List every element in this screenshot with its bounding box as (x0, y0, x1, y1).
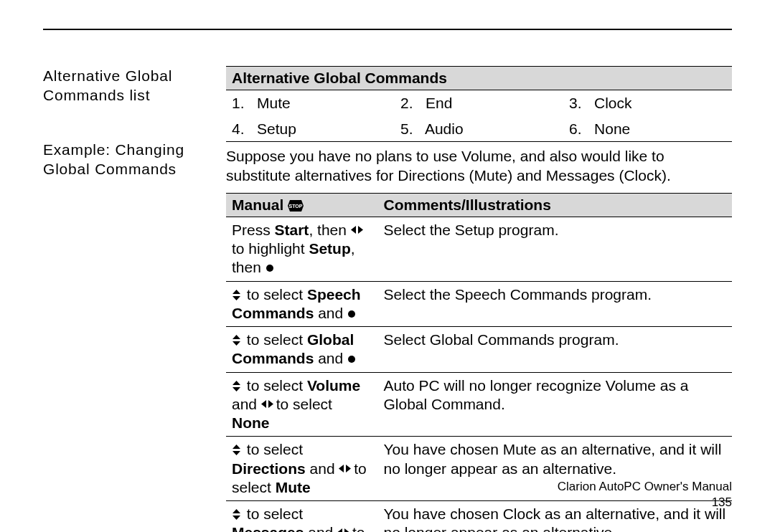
svg-marker-17 (339, 465, 344, 472)
up-down-icon (232, 445, 243, 455)
svg-marker-15 (232, 445, 240, 449)
side-column: Alternative Global Commands list Example… (43, 66, 226, 194)
command-cell: 4. Setup (226, 116, 395, 142)
manual-cell: to select Messages and to select Clock (226, 501, 378, 532)
command-label: Audio (425, 120, 464, 137)
svg-marker-21 (337, 528, 342, 532)
up-down-icon (232, 381, 243, 391)
commands-table: Alternative Global Commands 1. Mute 2. E… (226, 66, 732, 142)
enter-dot-icon (266, 264, 274, 272)
command-cell: 1. Mute (226, 90, 395, 116)
svg-marker-2 (351, 226, 356, 234)
left-right-icon (337, 528, 348, 532)
table-row: to select Global Commands and Select Glo… (226, 327, 732, 373)
side-heading-2: Example: Changing Global Commands (43, 140, 219, 179)
commands-header: Alternative Global Commands (226, 67, 732, 90)
command-cell: 5. Audio (395, 116, 563, 142)
svg-marker-8 (232, 335, 240, 339)
svg-marker-11 (232, 381, 240, 385)
svg-marker-18 (346, 465, 351, 472)
up-down-icon (232, 335, 243, 346)
svg-marker-14 (268, 400, 273, 408)
stop-icon: STOP (288, 200, 304, 212)
top-rule (43, 29, 732, 30)
up-down-icon (232, 290, 243, 300)
svg-marker-9 (232, 341, 240, 346)
command-label: Setup (257, 120, 296, 137)
footer-page-number: 135 (712, 495, 732, 509)
steps-header-manual: Manual STOP (226, 193, 378, 217)
comment-cell: Select Global Commands program. (378, 327, 733, 373)
comment-cell: Select the Speech Commands program. (378, 281, 733, 327)
table-row: to select Volume and to select NoneAuto … (226, 372, 732, 437)
svg-point-4 (266, 265, 273, 272)
page-footer: Clarion AutoPC Owner's Manual 135 (558, 479, 732, 510)
svg-marker-12 (232, 387, 240, 391)
table-row: 4. Setup 5. Audio 6. None (226, 116, 732, 142)
command-label: End (426, 95, 452, 111)
manual-cell: Press Start, then to highlight Setup, th… (226, 217, 378, 281)
svg-marker-3 (358, 226, 363, 234)
up-down-icon (232, 509, 243, 520)
svg-marker-19 (232, 509, 240, 513)
svg-marker-5 (232, 290, 240, 294)
enter-dot-icon (347, 355, 356, 364)
intro-text: Suppose you have no plans to use Volume,… (226, 146, 732, 186)
manual-cell: to select Volume and to select None (226, 372, 378, 437)
command-cell: 2. End (395, 90, 563, 116)
command-num: 3. (569, 95, 582, 111)
steps-header-comments: Comments/Illustrations (378, 193, 733, 217)
enter-dot-icon (347, 310, 356, 318)
command-num: 5. (400, 120, 413, 137)
manual-cell: to select Directions and to select Mute (226, 437, 378, 501)
svg-point-7 (348, 310, 355, 318)
left-right-icon (261, 399, 272, 410)
command-cell: 3. Clock (563, 90, 732, 116)
comment-cell: Select the Setup program. (378, 217, 733, 281)
manual-page: Alternative Global Commands list Example… (0, 0, 775, 532)
table-row: to select Speech Commands and Select the… (226, 281, 732, 327)
command-label: Clock (594, 95, 632, 111)
command-cell: 6. None (563, 116, 732, 142)
svg-marker-16 (232, 451, 240, 455)
svg-marker-20 (232, 516, 240, 520)
footer-title: Clarion AutoPC Owner's Manual (558, 480, 732, 493)
left-right-icon (339, 464, 349, 475)
side-heading-1: Alternative Global Commands list (43, 66, 219, 105)
svg-marker-6 (232, 296, 240, 300)
command-label: None (594, 120, 630, 137)
manual-cell: to select Global Commands and (226, 327, 378, 373)
comment-cell: Auto PC will no longer recognize Volume … (378, 372, 733, 437)
svg-point-10 (348, 356, 355, 363)
command-num: 2. (400, 95, 413, 111)
svg-text:STOP: STOP (289, 204, 303, 209)
header-text: Manual (232, 196, 283, 213)
table-row: Press Start, then to highlight Setup, th… (226, 217, 732, 281)
left-right-icon (351, 225, 362, 236)
command-num: 1. (232, 95, 245, 111)
content-columns: Alternative Global Commands list Example… (43, 66, 732, 532)
command-num: 4. (232, 120, 245, 137)
manual-cell: to select Speech Commands and (226, 281, 378, 327)
svg-marker-22 (344, 528, 349, 532)
command-label: Mute (257, 95, 291, 111)
command-num: 6. (569, 120, 582, 137)
table-row: 1. Mute 2. End 3. Clock (226, 90, 732, 116)
svg-marker-13 (261, 400, 266, 408)
main-column: Alternative Global Commands 1. Mute 2. E… (226, 66, 732, 532)
